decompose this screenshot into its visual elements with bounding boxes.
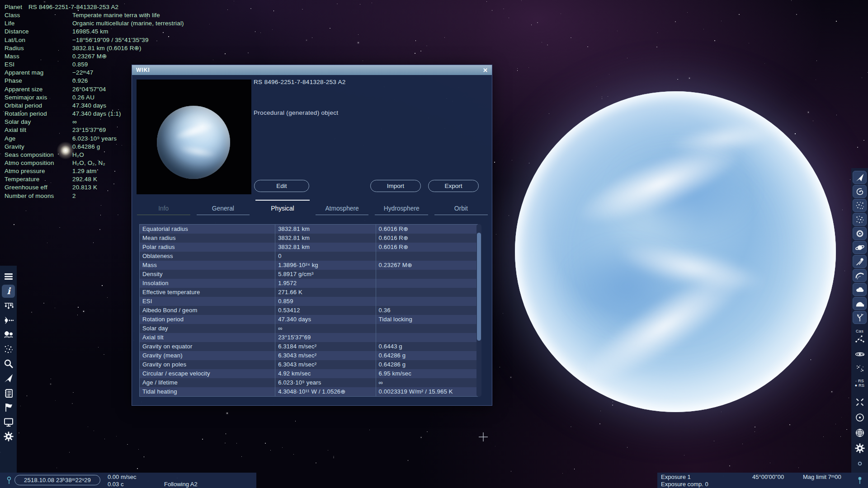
pin-icon[interactable]	[5, 476, 13, 486]
search-button[interactable]	[2, 357, 15, 371]
property-value	[376, 279, 478, 288]
time-field[interactable]: 2518.10.08 23ʰ38ᵐ22ˢ29	[14, 475, 100, 485]
info-panel-button[interactable]: i	[2, 285, 15, 298]
info-label: Semimajor axis	[5, 94, 47, 101]
toggle-comets[interactable]	[853, 255, 867, 268]
info-label: Greenhouse eff	[5, 184, 47, 191]
property-value: 3832.81 km	[275, 234, 375, 243]
menu-button[interactable]	[2, 270, 15, 283]
info-label: Mass	[5, 53, 19, 60]
info-row: Radius3832.81 km (0.6016 R⊕)	[5, 45, 212, 53]
table-row: Mass1.3896·10²⁴ kg0.23267 M⊕	[140, 261, 478, 270]
mag-limit-value: Mag limit 7ᵐ00	[803, 474, 841, 480]
pin-icon[interactable]	[856, 476, 863, 486]
info-label: Class	[5, 12, 20, 19]
property-value: 6.3184 m/sec²	[275, 342, 375, 351]
property-value: 6.023·10⁹ years	[275, 378, 375, 387]
property-name: Solar day	[140, 324, 275, 333]
toggle-constellations[interactable]: Cas	[853, 329, 867, 344]
view-settings-button[interactable]	[853, 443, 867, 454]
wiki-tabs: InfoGeneralPhysicalAtmosphereHydrosphere…	[134, 200, 491, 216]
scrollbar[interactable]	[476, 224, 481, 397]
info-value: H₂O, O₂, N₂	[72, 160, 105, 166]
toggle-stars[interactable]	[853, 199, 867, 212]
tab-atmosphere[interactable]: Atmosphere	[312, 200, 372, 216]
info-row: PlanetRS 8496-2251-7-841328-253 A2	[5, 4, 212, 12]
tab-physical[interactable]: Physical	[253, 200, 312, 216]
crosshair-cursor	[478, 432, 488, 442]
tab-hydrosphere[interactable]: Hydrosphere	[372, 200, 431, 216]
info-value: 3832.81 km (0.6016 R⊕)	[72, 45, 142, 52]
toggle-water[interactable]	[853, 297, 867, 310]
physical-properties-table: Equatorial radius3832.81 km0.6016 R⊕Mean…	[139, 224, 478, 397]
selection-marker-toggle[interactable]	[853, 397, 867, 408]
table-row: Polar radius3832.81 km0.6016 R⊕	[140, 243, 478, 252]
property-value: 0.6016 R⊕	[376, 243, 478, 252]
display-settings-button[interactable]	[2, 416, 15, 429]
toggle-atmospheres[interactable]	[853, 269, 867, 282]
table-row: Age / lifetime6.023·10⁹ years∞	[140, 378, 478, 387]
property-value: 4.92 km/sec	[275, 369, 375, 378]
property-value: 3832.81 km	[275, 225, 375, 234]
toggle-clouds[interactable]	[853, 283, 867, 296]
flags-button[interactable]	[2, 401, 15, 414]
star-browser-button[interactable]	[2, 328, 15, 341]
object-label-sample: ● RS	[855, 383, 865, 388]
property-value: 23°15'37"69	[275, 333, 375, 342]
property-value	[376, 333, 478, 342]
info-label: Planet	[5, 4, 22, 10]
table-row: Axial tilt23°15'37"69	[140, 333, 478, 342]
scrollbar-thumb[interactable]	[477, 233, 481, 341]
system-chart-button[interactable]	[2, 299, 15, 312]
property-value	[376, 324, 478, 333]
info-value: 0.64286 g	[72, 143, 100, 150]
property-value	[376, 252, 478, 261]
property-value: 47.340 days	[275, 315, 375, 324]
info-row: ClassTemperate marine terra with life	[5, 12, 212, 20]
tab-general[interactable]: General	[193, 200, 253, 216]
toggle-grid[interactable]	[853, 427, 867, 438]
toggle-life[interactable]	[853, 311, 867, 324]
table-row: Gravity on poles6.3043 m/sec²0.64286 g	[140, 360, 478, 369]
planet-thumbnail-render	[157, 106, 230, 179]
info-value: 47.340 days (1:1)	[72, 110, 121, 117]
info-label: Seas composition	[5, 151, 54, 158]
settings-button[interactable]	[2, 430, 15, 443]
info-label: Gravity	[5, 143, 24, 150]
toggle-object-labels[interactable]: · RS● RS	[853, 379, 867, 388]
planet-browser-button[interactable]	[2, 314, 15, 327]
toggle-galaxies[interactable]	[853, 185, 867, 198]
exposure-value: Exposure 1	[661, 474, 691, 480]
info-label: Phase	[5, 77, 22, 84]
flight-mode-button[interactable]	[2, 372, 15, 385]
property-value: 6.95 km/sec	[376, 369, 478, 378]
property-value: 6.3043 m/sec²	[275, 351, 375, 360]
property-value: 0.53412	[275, 306, 375, 315]
toggle-clusters[interactable]	[853, 213, 867, 226]
toggle-nebulae[interactable]	[853, 227, 867, 240]
journal-button[interactable]	[2, 386, 15, 399]
import-button[interactable]: Import	[370, 180, 421, 192]
wiki-titlebar[interactable]: WIKI ✕	[132, 65, 492, 75]
property-name: Circular / escape velocity	[140, 369, 275, 378]
planet-render[interactable]	[515, 91, 836, 412]
toggle-orbits[interactable]	[853, 349, 867, 360]
property-value: 0.859	[275, 297, 375, 306]
indicator-dot[interactable]	[853, 458, 867, 469]
table-row: Solar day∞	[140, 324, 478, 333]
planet-thumbnail	[137, 80, 251, 194]
close-icon[interactable]: ✕	[483, 67, 488, 74]
toggle-planets[interactable]	[853, 241, 867, 254]
toggle-star-markers[interactable]	[853, 363, 867, 374]
table-row: ESI0.859	[140, 297, 478, 306]
info-label: Orbital period	[5, 102, 42, 109]
tab-orbit[interactable]: Orbit	[431, 200, 491, 216]
toggle-spacecraft[interactable]	[853, 171, 867, 184]
property-name: Oblateness	[140, 252, 275, 261]
table-row: Oblateness0	[140, 252, 478, 261]
info-label: Rotation period	[5, 110, 47, 117]
cluster-browser-button[interactable]	[2, 343, 15, 356]
toggle-orbit-markers[interactable]	[853, 412, 867, 423]
export-button[interactable]: Export	[428, 180, 479, 192]
edit-button[interactable]: Edit	[254, 180, 309, 192]
